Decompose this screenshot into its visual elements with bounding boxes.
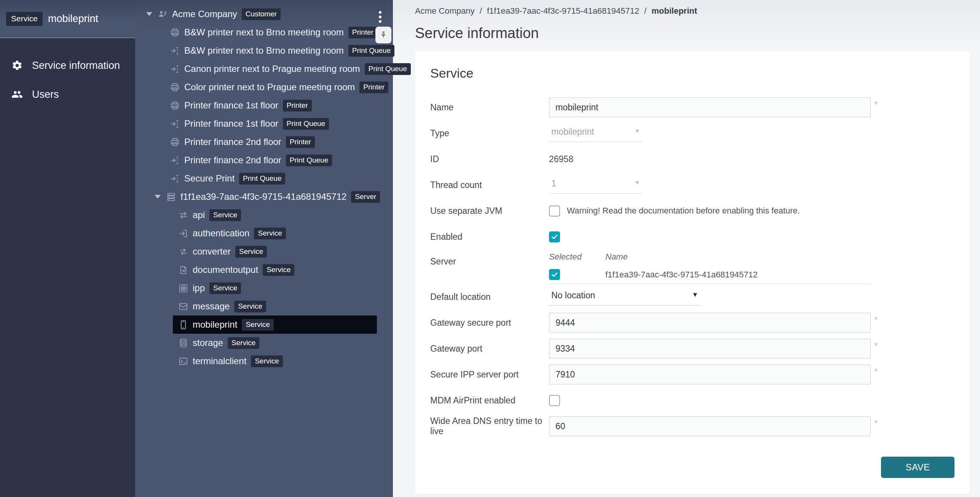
default-location-value: No location	[551, 290, 595, 300]
secure-ipp-server-port-input[interactable]	[549, 365, 871, 384]
tree-item-printer[interactable]: B&W printer next to Brno meeting room Pr…	[164, 23, 377, 41]
tree-item-badge: Service	[235, 246, 267, 258]
form-row-use-separate-jvm: Use separate JVM Warning! Read the docum…	[430, 198, 954, 224]
tree-item-print-queue[interactable]: B&W printer next to Brno meeting room Pr…	[164, 41, 377, 60]
tree-item-badge: Customer	[242, 8, 281, 20]
name-input[interactable]	[549, 97, 871, 117]
gateway-secure-port-label: Gateway secure port	[430, 318, 549, 328]
tree-item-print-queue[interactable]: Canon printer next to Prague meeting roo…	[164, 60, 377, 78]
tree-item-label: api	[193, 210, 205, 220]
gateway-port-input[interactable]	[549, 339, 871, 358]
tree-item-label: terminalclient	[193, 356, 246, 366]
required-marker: *	[874, 418, 878, 429]
tree-item-service-documentoutput[interactable]: documentoutput Service	[173, 261, 377, 279]
type-label: Type	[430, 128, 549, 139]
form-row-id: ID 26958	[430, 146, 954, 172]
document-icon	[178, 265, 188, 275]
tree-item-service-mobileprint-selected[interactable]: mobileprint Service	[173, 315, 377, 334]
tree-item-server[interactable]: f1f1ea39-7aac-4f3c-9715-41a681945712 Ser…	[151, 188, 377, 206]
sidebar-header: Service mobileprint	[0, 0, 135, 38]
enabled-checkbox[interactable]	[549, 231, 560, 242]
check-icon	[551, 271, 559, 279]
breadcrumb-customer[interactable]: Acme Company	[415, 6, 475, 16]
tree-item-service-authentication[interactable]: authentication Service	[173, 224, 377, 242]
breadcrumb: Acme Company / f1f1ea39-7aac-4f3c-9715-4…	[415, 6, 980, 16]
tree-item-printer[interactable]: Printer finance 1st floor Printer	[164, 96, 377, 115]
server-selected-checkbox[interactable]	[549, 269, 560, 280]
tree-item-label: storage	[193, 338, 223, 348]
tree-item-badge: Service	[251, 355, 283, 367]
form-row-name: Name *	[430, 94, 954, 120]
mdm-airprint-label: MDM AirPrint enabled	[430, 395, 549, 406]
gateway-port-label: Gateway port	[430, 344, 549, 354]
server-table-row: f1f1ea39-7aac-4f3c-9715-41a681945712	[549, 266, 871, 284]
card-heading: Service	[430, 66, 954, 81]
tree-item-badge: Service	[263, 264, 294, 276]
kebab-menu-icon[interactable]	[375, 8, 385, 25]
tree-item-label: Secure Print	[184, 173, 235, 184]
tree-item-badge: Server	[351, 191, 380, 203]
tree-item-label: Printer finance 1st floor	[184, 100, 278, 111]
tree-item-label: mobileprint	[193, 319, 237, 330]
tree-item-print-queue[interactable]: Printer finance 1st floor Print Queue	[164, 115, 377, 133]
use-separate-jvm-label: Use separate JVM	[430, 206, 549, 216]
sidebar-item-service-information[interactable]: Service information	[0, 51, 135, 80]
sidebar-item-users[interactable]: Users	[0, 80, 135, 109]
form-row-mdm-airprint: MDM AirPrint enabled	[430, 387, 954, 413]
page-title: Service information	[415, 25, 980, 41]
tree-item-service-terminalclient[interactable]: terminalclient Service	[173, 352, 377, 370]
server-col-name: Name	[605, 252, 871, 262]
login-icon	[178, 228, 188, 239]
default-location-select[interactable]: No location ▼	[549, 288, 701, 306]
printer-icon	[170, 27, 180, 38]
tree-item-badge: Printer	[348, 27, 377, 38]
form-row-gateway-secure-port: Gateway secure port *	[430, 310, 954, 336]
tree-item-acme-company[interactable]: Acme Company Customer	[142, 5, 377, 23]
form-row-secure-ipp-server-port: Secure IPP server port *	[430, 362, 954, 387]
printer-icon	[170, 82, 180, 92]
tree-item-label: Printer finance 2nd floor	[184, 155, 281, 166]
tree-item-label: Canon printer next to Prague meeting roo…	[184, 64, 360, 74]
save-button[interactable]: SAVE	[881, 457, 954, 478]
print-queue-icon	[170, 119, 180, 129]
form-actions: SAVE	[430, 457, 954, 478]
server-table-header: Selected Name	[549, 251, 871, 266]
tree-item-service-converter[interactable]: converter Service	[173, 242, 377, 261]
check-icon	[551, 233, 559, 241]
wide-area-dns-ttl-label: Wide Area DNS entry time to live	[430, 416, 549, 436]
tree-item-badge: Service	[242, 319, 273, 331]
tree-item-service-message[interactable]: message Service	[173, 297, 377, 315]
tree-item-service-ipp[interactable]: ipp Service	[173, 279, 377, 297]
tree-item-print-queue[interactable]: Secure Print Print Queue	[164, 169, 377, 188]
tree-item-printer[interactable]: Color printer next to Prague meeting roo…	[164, 78, 377, 96]
tree-item-badge: Print Queue	[348, 45, 394, 57]
gateway-secure-port-input[interactable]	[549, 313, 871, 333]
tree-item-print-queue[interactable]: Printer finance 2nd floor Print Queue	[164, 151, 377, 169]
use-separate-jvm-checkbox[interactable]	[549, 205, 560, 217]
printer-icon	[170, 100, 180, 111]
wide-area-dns-ttl-input[interactable]	[549, 416, 871, 436]
app-sidebar: Service mobileprint Service information …	[0, 0, 135, 497]
tree-item-badge: Printer	[283, 100, 312, 112]
tree-item-service-storage[interactable]: storage Service	[173, 334, 377, 352]
gear-icon	[11, 60, 23, 71]
tree-item-badge: Service	[254, 228, 286, 239]
tree-item-printer[interactable]: Printer finance 2nd floor Printer	[164, 133, 377, 151]
secure-ipp-server-port-label: Secure IPP server port	[430, 370, 549, 380]
form-row-default-location: Default location No location ▼	[430, 284, 954, 310]
sidebar-item-label: Service information	[32, 60, 120, 72]
tree-item-badge: Printer	[286, 136, 315, 148]
tree-item-service-api[interactable]: api Service	[173, 206, 377, 224]
mdm-airprint-checkbox[interactable]	[549, 395, 560, 406]
jvm-warning-text: Warning! Read the documentation before e…	[567, 206, 800, 216]
form-row-server: Server Selected Name f1f1ea39-7aac-4f3c-…	[430, 250, 954, 284]
tree-item-label: Printer finance 1st floor	[184, 118, 278, 129]
expander-icon[interactable]	[146, 12, 152, 16]
type-select: mobileprint ▼	[549, 124, 642, 142]
tree-item-label: message	[193, 301, 230, 312]
expander-icon[interactable]	[155, 195, 161, 199]
chevron-down-icon: ▼	[634, 127, 640, 134]
breadcrumb-server[interactable]: f1f1ea39-7aac-4f3c-9715-41a681945712	[487, 6, 639, 16]
enabled-label: Enabled	[430, 232, 549, 242]
pin-panel-button[interactable]	[375, 27, 391, 43]
